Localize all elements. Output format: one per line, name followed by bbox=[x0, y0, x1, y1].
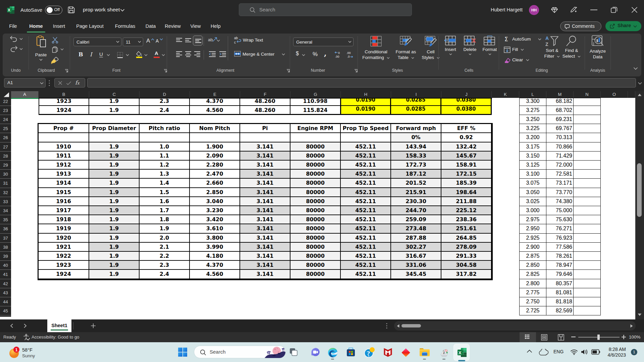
sort-filter-button[interactable]: A Z Sort & Filter bbox=[543, 36, 561, 59]
cell[interactable]: 158.91 bbox=[441, 161, 492, 170]
tab-review[interactable]: Review bbox=[162, 20, 183, 32]
cell[interactable]: 2.825 bbox=[519, 270, 546, 279]
sheet-tab-active[interactable]: Sheet1 bbox=[47, 319, 71, 332]
get-help-icon[interactable]: ? bbox=[364, 347, 375, 358]
cell[interactable]: 345.45 bbox=[391, 270, 441, 279]
cell[interactable]: Engine RPM bbox=[290, 124, 341, 133]
cell[interactable]: 1.9 bbox=[89, 224, 140, 233]
cell[interactable]: 3.800 bbox=[190, 234, 240, 243]
cell[interactable]: Nom Pitch bbox=[190, 124, 240, 133]
cell[interactable]: 3.141 bbox=[240, 142, 290, 152]
cell[interactable]: 3.141 bbox=[240, 224, 290, 233]
font-size-combo[interactable]: 11 bbox=[123, 38, 143, 46]
undo-button[interactable] bbox=[9, 36, 18, 43]
tab-home[interactable]: Home bbox=[26, 20, 46, 32]
restore-button[interactable] bbox=[611, 6, 618, 13]
cell[interactable]: 1920 bbox=[39, 234, 89, 243]
zoom-slider-thumb[interactable] bbox=[597, 335, 600, 340]
wrap-text-button[interactable]: ab c Wrap Text bbox=[234, 36, 274, 44]
row-header-29[interactable]: 29 bbox=[0, 161, 11, 170]
view-page-layout-button[interactable] bbox=[541, 334, 547, 341]
cell[interactable]: 0% bbox=[391, 133, 441, 142]
cell[interactable]: 1919 bbox=[39, 224, 89, 233]
cell[interactable]: 1.4 bbox=[140, 179, 190, 188]
cell[interactable]: 1.1 bbox=[140, 152, 190, 161]
cell[interactable]: Pi bbox=[240, 124, 290, 133]
cell[interactable]: 1921 bbox=[39, 243, 89, 252]
format-painter-button[interactable] bbox=[51, 57, 59, 64]
column-header-H[interactable]: H bbox=[341, 91, 391, 98]
row-header-22[interactable]: 22 bbox=[0, 98, 11, 106]
cell[interactable]: 452.11 bbox=[341, 161, 391, 170]
edge-icon[interactable] bbox=[328, 348, 338, 358]
row-header-26[interactable]: 26 bbox=[0, 133, 11, 142]
column-header-L[interactable]: L bbox=[519, 91, 546, 98]
cell[interactable]: 211.88 bbox=[441, 197, 492, 206]
cell[interactable]: 80000 bbox=[290, 252, 341, 261]
cell[interactable]: 80000 bbox=[290, 179, 341, 188]
horizontal-scroll-thumb[interactable] bbox=[401, 324, 421, 327]
cell[interactable]: 1.9 bbox=[89, 188, 140, 197]
copy-button[interactable] bbox=[52, 46, 58, 53]
cell[interactable]: 2.1 bbox=[140, 243, 190, 252]
cell[interactable]: 3.610 bbox=[190, 224, 240, 233]
zoom-in-button[interactable] bbox=[622, 335, 626, 339]
cell[interactable]: 1.6 bbox=[140, 197, 190, 206]
cell[interactable]: 452.11 bbox=[341, 261, 391, 270]
tray-language[interactable]: ENG bbox=[553, 349, 564, 354]
file-explorer-icon[interactable] bbox=[419, 348, 430, 357]
cell[interactable]: 1.7 bbox=[140, 206, 190, 215]
scroll-up-arrow-icon[interactable] bbox=[638, 94, 642, 96]
cell[interactable]: 80000 bbox=[290, 170, 341, 179]
vertical-scrollbar[interactable] bbox=[635, 91, 644, 319]
column-header-K[interactable]: K bbox=[492, 91, 519, 98]
cell[interactable]: 230.30 bbox=[391, 197, 441, 206]
cell[interactable]: 3.050 bbox=[519, 188, 546, 197]
cell[interactable]: 80000 bbox=[290, 142, 341, 152]
view-page-break-button[interactable] bbox=[558, 334, 564, 341]
cell[interactable]: 287.88 bbox=[391, 234, 441, 243]
clipboard-dialog-launcher[interactable] bbox=[64, 68, 69, 73]
cell[interactable]: 2.280 bbox=[190, 161, 240, 170]
row-header-35[interactable]: 35 bbox=[0, 215, 11, 224]
cell[interactable]: 3.141 bbox=[240, 270, 290, 279]
cell[interactable]: 2.4 bbox=[140, 270, 190, 279]
cell[interactable]: 1917 bbox=[39, 206, 89, 215]
underline-chevron-icon[interactable] bbox=[107, 54, 110, 56]
cell[interactable]: 1918 bbox=[39, 215, 89, 224]
cell[interactable]: 81.081 bbox=[546, 288, 574, 297]
cell[interactable] bbox=[574, 124, 601, 133]
autosum-button[interactable]: Σ AutoSum bbox=[504, 36, 544, 43]
cell[interactable] bbox=[574, 142, 601, 152]
lambda-app-icon[interactable]: λ bbox=[439, 349, 449, 357]
row-header-45[interactable]: 45 bbox=[0, 306, 11, 315]
cell[interactable]: 2.950 bbox=[519, 224, 546, 233]
row-header-24[interactable]: 24 bbox=[0, 115, 11, 124]
cell[interactable]: 132.42 bbox=[441, 142, 492, 152]
scroll-right-arrow-icon[interactable] bbox=[630, 324, 633, 328]
cell[interactable]: 452.11 bbox=[341, 152, 391, 161]
cell[interactable] bbox=[574, 170, 601, 179]
new-sheet-button[interactable] bbox=[91, 323, 96, 328]
cell[interactable]: 82.569 bbox=[546, 306, 574, 315]
column-header-G[interactable]: G bbox=[290, 91, 341, 98]
bold-button[interactable]: B bbox=[78, 51, 83, 58]
tab-scroll-drag-handle[interactable] bbox=[386, 323, 388, 329]
cell[interactable]: 3.075 bbox=[519, 179, 546, 188]
tray-date[interactable]: 4/6/2023 bbox=[606, 352, 626, 358]
cell[interactable]: 2.900 bbox=[519, 243, 546, 252]
cell[interactable] bbox=[574, 279, 601, 288]
cell[interactable]: 251.61 bbox=[441, 224, 492, 233]
cell[interactable]: 1.9 bbox=[89, 142, 140, 152]
row-header-27[interactable]: 27 bbox=[0, 142, 11, 152]
cell[interactable]: 452.11 bbox=[341, 179, 391, 188]
cell[interactable]: 3.141 bbox=[240, 243, 290, 252]
cell[interactable]: 79.646 bbox=[546, 270, 574, 279]
percent-style-button[interactable]: % bbox=[313, 51, 318, 58]
cell[interactable]: 1.9 bbox=[89, 179, 140, 188]
cell[interactable]: 0.0380 bbox=[441, 106, 492, 115]
cell[interactable]: 452.11 bbox=[341, 270, 391, 279]
cell[interactable]: 1.9 bbox=[89, 243, 140, 252]
cell[interactable]: 3.141 bbox=[240, 161, 290, 170]
cell[interactable]: 73.770 bbox=[546, 188, 574, 197]
